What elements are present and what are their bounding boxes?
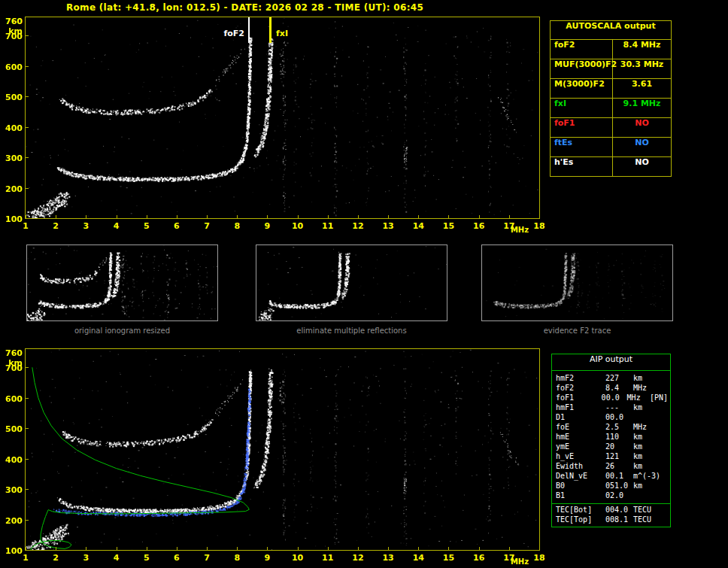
row-value: 9.1 MHz — [613, 99, 671, 117]
table-row: ymE 20 km — [552, 442, 670, 452]
page-title: Rome (lat: +41.8, lon: 012.5) - DATE: 20… — [66, 2, 423, 13]
fof2-marker-label: foF2 — [223, 29, 245, 38]
row-label: ftEs — [551, 138, 613, 156]
axis-tick-label: 4 — [109, 221, 124, 231]
axis-tick-label: 9 — [259, 553, 275, 563]
axis-tick-label: 200 — [2, 184, 23, 194]
row-value: 02.0 — [605, 491, 633, 501]
axis-tick-label: 11 — [320, 221, 335, 231]
table-row: fxI 9.1 MHz — [551, 99, 671, 118]
row-name: B0 — [552, 481, 605, 491]
row-value: 110 — [605, 433, 633, 442]
row-label: MUF(3000)F2 — [551, 59, 613, 78]
axis-tick-label: 18 — [532, 553, 547, 563]
table-row: ftEs NO — [551, 138, 671, 157]
aip-table-body: hmF2 227 km foF2 8.4 MHz foF1 00.0 MHz [… — [552, 371, 670, 503]
fxi-marker-label: fxI — [275, 29, 289, 38]
row-name: foE — [552, 423, 605, 433]
axis-tick-label: 2 — [48, 221, 63, 231]
row-name: Ewidth — [552, 462, 605, 472]
row-unit: MHz — [633, 384, 658, 393]
row-label: h'Es — [551, 157, 613, 176]
axis-tick-label: 8 — [229, 553, 244, 563]
autoscala-output-table: AUTOSCALA output foF2 8.4 MHz MUF(3000)F… — [550, 20, 672, 177]
table-row: TEC[Top] 008.1 TECU — [552, 515, 670, 525]
axis-tick-label: 760 — [2, 348, 23, 358]
thumbnail-canvas — [27, 245, 217, 320]
table-row: h'Es NO — [551, 157, 671, 176]
axis-tick-label: 14 — [411, 553, 426, 563]
autoscala-screen: Rome (lat: +41.8, lon: 012.5) - DATE: 20… — [0, 0, 728, 568]
row-name: DelN_vE — [552, 472, 605, 481]
row-unit: TECU — [633, 515, 658, 525]
row-value: 20 — [605, 442, 633, 452]
row-value: NO — [613, 138, 671, 156]
row-extra — [658, 481, 670, 491]
row-extra — [658, 423, 670, 433]
thumbnail-caption: original ionogram resized — [26, 327, 218, 335]
row-extra — [658, 506, 670, 515]
table-row: h_vE 121 km — [552, 452, 670, 462]
table-row: hmF2 227 km — [552, 374, 670, 384]
thumbnail-evidence-f2-trace — [481, 245, 673, 321]
axis-tick-label: 14 — [411, 221, 426, 231]
axis-tick-label: 15 — [441, 553, 456, 563]
axis-tick-label: 1 — [18, 221, 33, 231]
axis-tick-label: 2 — [48, 553, 63, 563]
ionogram-canvas-bottom — [26, 349, 539, 550]
row-value: 121 — [605, 452, 633, 462]
row-value: NO — [613, 157, 671, 176]
aip-tec-section: TEC[Bot] 004.0 TECU TEC[Top] 008.1 TECU — [552, 503, 670, 527]
row-extra — [658, 491, 670, 501]
table-row: M(3000)F2 3.61 — [551, 79, 671, 99]
row-unit: km — [633, 462, 658, 472]
row-extra — [658, 384, 670, 393]
row-extra — [658, 433, 670, 442]
table-row: hmE 110 km — [552, 433, 670, 442]
fof2-marker-line — [248, 17, 250, 43]
row-unit — [633, 491, 658, 501]
axis-tick-label: 10 — [290, 221, 305, 231]
row-extra — [658, 462, 670, 472]
row-value: NO — [613, 118, 671, 137]
axis-tick-label: 500 — [2, 93, 23, 102]
table-row: foF1 NO — [551, 118, 671, 138]
row-unit: km — [633, 374, 658, 384]
table-row: B1 02.0 — [552, 491, 670, 501]
row-label: M(3000)F2 — [551, 79, 613, 98]
table-row: foF1 00.0 MHz [PN] — [552, 393, 670, 403]
table-row: foF2 8.4 MHz — [551, 40, 671, 59]
axis-tick-label: 300 — [2, 153, 23, 163]
row-name: hmE — [552, 433, 605, 442]
axis-tick-label: km — [2, 26, 23, 36]
axis-tick-label: 16 — [472, 553, 487, 563]
axis-tick-label: 3 — [78, 553, 93, 563]
axis-tick-label: 13 — [381, 553, 396, 563]
row-unit: km — [633, 442, 658, 452]
row-name: foF1 — [552, 393, 602, 403]
row-extra — [658, 472, 670, 481]
axis-tick-label: 3 — [78, 221, 93, 231]
table-row: foE 2.5 MHz — [552, 423, 670, 433]
axis-tick-label: km — [2, 358, 23, 368]
axis-tick-label: 5 — [139, 221, 154, 231]
row-extra — [658, 452, 670, 462]
thumbnail-canvas — [256, 245, 447, 320]
axis-tick-label: 4 — [109, 553, 124, 563]
thumbnail-caption: eliminate multiple reflections — [256, 327, 447, 335]
row-name: D1 — [552, 413, 605, 423]
table-row: D1 00.0 — [552, 413, 670, 423]
ionogram-canvas-top — [26, 17, 539, 218]
row-unit — [633, 413, 658, 423]
row-unit: MHz — [627, 393, 650, 403]
axis-tick-label: 9 — [259, 221, 275, 231]
row-value: 008.1 — [605, 515, 633, 525]
row-extra — [658, 515, 670, 525]
axis-tick-label: 12 — [350, 221, 366, 231]
axis-tick-label: 16 — [472, 221, 487, 231]
row-label: fxI — [551, 99, 613, 117]
table-row: Ewidth 26 km — [552, 462, 670, 472]
ionogram-plot-top — [25, 17, 540, 219]
axis-tick-label: 400 — [2, 455, 23, 465]
axis-tick-label: 500 — [2, 424, 23, 434]
